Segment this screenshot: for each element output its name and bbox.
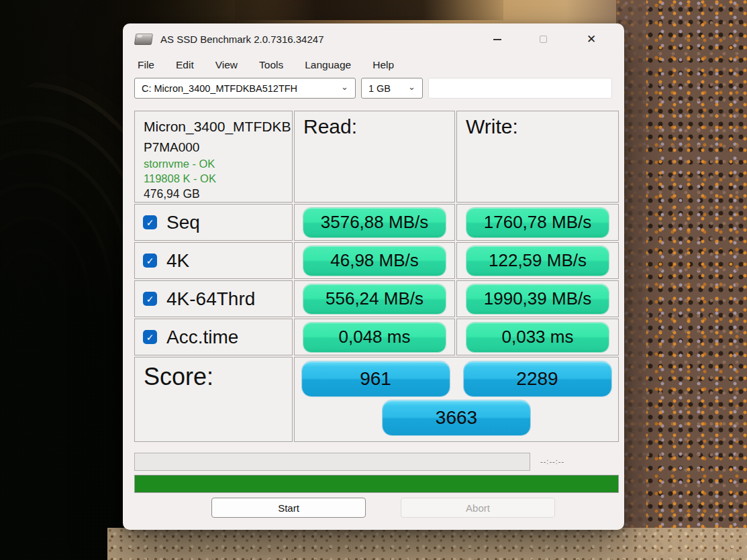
4k-label: 4K (166, 250, 189, 272)
row-label-acctime: ✓ Acc.time (134, 319, 293, 355)
score-row-total: 3663 (295, 400, 618, 439)
check-icon: ✓ (146, 256, 154, 266)
results-table: Micron_3400_MTFDKB P7MA000 stornvme - OK… (134, 111, 619, 442)
menu-help[interactable]: Help (372, 59, 394, 71)
chevron-down-icon: ⌄ (408, 82, 415, 92)
menu-language[interactable]: Language (305, 59, 351, 71)
4k-read-cell: 46,98 MB/s (294, 242, 455, 279)
check-icon: ✓ (146, 294, 154, 304)
close-button[interactable]: ✕ (577, 23, 606, 55)
wallpaper-top-band (235, 0, 503, 20)
menu-bar: File Edit View Tools Language Help (123, 55, 624, 76)
title-bar[interactable]: AS SSD Benchmark 2.0.7316.34247 ✕ (123, 23, 624, 55)
4k64thrd-write-cell: 1990,39 MB/s (456, 280, 619, 317)
read-score: 961 (302, 361, 450, 396)
score-panel: 961 2289 3663 (294, 357, 619, 442)
seq-label: Seq (166, 212, 200, 233)
acctime-read-value: 0,048 ms (303, 323, 446, 352)
row-label-seq: ✓ Seq (134, 204, 293, 241)
write-column-header: Write: (456, 111, 619, 203)
acctime-read-cell: 0,048 ms (294, 319, 455, 355)
drive-model: Micron_3400_MTFDKB (144, 117, 283, 136)
seq-read-cell: 3576,88 MB/s (294, 204, 455, 241)
maximize-button[interactable] (528, 23, 558, 55)
chevron-down-icon: ⌄ (341, 82, 348, 92)
drive-firmware: P7MA000 (144, 139, 283, 156)
4k-write-cell: 122,59 MB/s (456, 242, 619, 279)
4k64thrd-checkbox[interactable]: ✓ (143, 292, 157, 306)
acctime-write-value: 0,033 ms (466, 323, 609, 352)
drive-select-value: C: Micron_3400_MTFDKBA512TFH (142, 83, 297, 94)
wallpaper-bottom-strip (107, 528, 747, 560)
status-progress-bar (134, 453, 530, 471)
acctime-write-cell: 0,033 ms (456, 319, 619, 355)
window-title: AS SSD Benchmark 2.0.7316.34247 (160, 34, 324, 45)
abort-button[interactable]: Abort (401, 498, 555, 518)
toolbar-text-field[interactable] (428, 78, 612, 99)
4k64thrd-read-value: 556,24 MB/s (303, 284, 446, 314)
total-score: 3663 (383, 400, 530, 435)
check-icon: ✓ (146, 333, 154, 342)
drive-capacity: 476,94 GB (144, 186, 283, 203)
test-size-select[interactable]: 1 GB ⌄ (361, 78, 423, 99)
check-icon: ✓ (146, 218, 154, 227)
seq-checkbox[interactable]: ✓ (143, 215, 157, 229)
overall-progress-bar (134, 475, 619, 493)
drive-info-panel: Micron_3400_MTFDKB P7MA000 stornvme - OK… (134, 111, 293, 203)
close-icon: ✕ (587, 34, 596, 45)
read-column-header: Read: (294, 111, 455, 203)
4k-checkbox[interactable]: ✓ (143, 254, 157, 268)
test-size-value: 1 GB (368, 83, 391, 94)
maximize-icon (540, 36, 547, 43)
acctime-checkbox[interactable]: ✓ (143, 330, 157, 344)
ssd-drive-icon (134, 34, 153, 45)
4k64thrd-label: 4K-64Thrd (166, 288, 255, 310)
seq-write-cell: 1760,78 MB/s (456, 204, 619, 241)
menu-edit[interactable]: Edit (176, 59, 194, 71)
4k64thrd-read-cell: 556,24 MB/s (294, 280, 455, 317)
as-ssd-benchmark-window: AS SSD Benchmark 2.0.7316.34247 ✕ File E… (123, 23, 624, 530)
driver-status: stornvme - OK (144, 156, 283, 171)
score-row-top: 961 2289 (295, 361, 618, 400)
time-remaining: --:--:-- (540, 457, 564, 465)
score-label: Score: (134, 357, 293, 442)
acctime-label: Acc.time (166, 327, 238, 348)
menu-view[interactable]: View (215, 59, 238, 71)
start-button[interactable]: Start (211, 498, 366, 518)
row-label-4k64thrd: ✓ 4K-64Thrd (134, 280, 293, 317)
4k-write-value: 122,59 MB/s (466, 246, 609, 276)
4k64thrd-write-value: 1990,39 MB/s (466, 284, 609, 314)
seq-read-value: 3576,88 MB/s (303, 208, 446, 237)
seq-write-value: 1760,78 MB/s (466, 208, 609, 237)
toolbar: C: Micron_3400_MTFDKBA512TFH ⌄ 1 GB ⌄ (123, 76, 624, 106)
menu-file[interactable]: File (138, 59, 154, 71)
wallpaper-speckle-right (616, 0, 747, 560)
menu-tools[interactable]: Tools (259, 59, 283, 71)
row-label-4k: ✓ 4K (134, 242, 293, 279)
minimize-button[interactable] (483, 23, 512, 55)
minimize-icon (493, 39, 501, 40)
4k-read-value: 46,98 MB/s (303, 246, 446, 276)
write-score: 2289 (464, 361, 611, 396)
alignment-status: 119808 K - OK (144, 171, 283, 186)
drive-select[interactable]: C: Micron_3400_MTFDKBA512TFH ⌄ (134, 78, 356, 99)
